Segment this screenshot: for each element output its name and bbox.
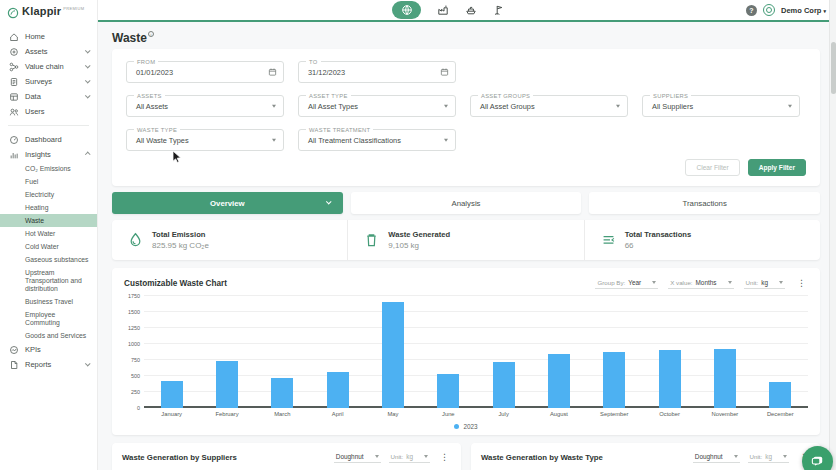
x-tick-label: January	[144, 411, 199, 417]
waste-type-select[interactable]: WASTE TYPE All Waste Types	[126, 129, 284, 151]
sidebar-item-label: Assets	[25, 47, 86, 56]
chart-type-select[interactable]: Doughnut	[334, 452, 381, 463]
scrollbar-thumb[interactable]	[831, 42, 836, 94]
x-tick-label: November	[697, 411, 752, 417]
bar-december[interactable]	[769, 382, 791, 408]
caret-down-icon	[788, 105, 792, 108]
flag-icon[interactable]	[492, 4, 505, 17]
account-menu[interactable]: Demo Corp ▾	[781, 6, 826, 15]
from-date-field[interactable]: FROM 01/01/2023	[126, 61, 284, 83]
sidebar-subitem-heating[interactable]: Heating	[0, 201, 97, 214]
sidebar-subitem-fuel[interactable]: Fuel	[0, 175, 97, 188]
caret-down-icon	[734, 455, 738, 458]
suppliers-select[interactable]: SUPPLIERS All Suppliers	[642, 95, 800, 117]
apply-filter-button[interactable]: Apply Filter	[748, 159, 806, 176]
bar-march[interactable]	[271, 378, 293, 408]
sidebar-subitem-goods-and-services[interactable]: Goods and Services	[0, 329, 97, 342]
caret-down-icon	[375, 455, 379, 458]
sidebar-item-reports[interactable]: Reports	[0, 357, 97, 372]
vertical-scrollbar[interactable]	[829, 0, 836, 470]
chat-widget-button[interactable]	[802, 446, 833, 470]
bar-slot	[199, 296, 254, 408]
klappir-logo-icon	[7, 5, 19, 23]
sidebar-item-data[interactable]: Data	[0, 89, 97, 104]
bar-june[interactable]	[437, 374, 459, 408]
account-avatar[interactable]	[763, 4, 775, 16]
ship-icon[interactable]	[464, 4, 477, 17]
surveys-icon	[9, 77, 20, 87]
calendar-icon[interactable]	[440, 68, 449, 77]
chevron-down-icon: ▾	[823, 8, 826, 14]
x-tick-label: December	[753, 411, 808, 417]
caret-down-icon	[444, 139, 448, 142]
dashboard-icon	[9, 135, 20, 145]
to-date-field[interactable]: TO 31/12/2023	[298, 61, 456, 83]
waste-treatment-value: All Treatment Classifications	[308, 136, 401, 145]
unit-select[interactable]: Unit: kg	[748, 452, 789, 463]
factory-icon[interactable]	[436, 4, 449, 17]
sidebar-item-surveys[interactable]: Surveys	[0, 74, 97, 89]
sidebar-item-label: Dashboard	[25, 135, 89, 144]
tab-transactions[interactable]: Transactions	[589, 192, 820, 214]
caret-down-icon	[424, 455, 428, 458]
sidebar-item-label: Reports	[25, 360, 86, 369]
bar-september[interactable]	[603, 352, 625, 408]
sidebar-item-label: Home	[25, 32, 89, 41]
unit-label: Unit:	[746, 279, 759, 286]
top-bar: ? Demo Corp ▾	[98, 0, 836, 22]
assets-select[interactable]: ASSETS All Assets	[126, 95, 284, 117]
bar-may[interactable]	[382, 302, 404, 408]
sidebar-item-users[interactable]: Users	[0, 104, 97, 119]
sidebar-subitem-business-travel[interactable]: Business Travel	[0, 295, 97, 308]
bar-november[interactable]	[714, 349, 736, 408]
caret-down-icon	[444, 105, 448, 108]
unit-select[interactable]: Unit: kg	[389, 452, 430, 463]
group-by-value: Year	[628, 279, 641, 286]
sidebar-subitem-employee-commuting[interactable]: Employee Commuting	[0, 308, 97, 329]
help-icon[interactable]: ?	[746, 5, 757, 16]
bar-october[interactable]	[659, 350, 681, 408]
asset-type-select[interactable]: ASSET TYPE All Asset Types	[298, 95, 456, 117]
to-date-value: 31/12/2023	[308, 68, 345, 77]
legend-dot	[454, 424, 459, 429]
x-value-value: Months	[696, 279, 717, 286]
sidebar-item-insights[interactable]: Insights	[0, 147, 97, 162]
sidebar-subitem-co-emissions[interactable]: CO₂ Emissions	[0, 162, 97, 175]
globe-icon[interactable]	[392, 1, 421, 19]
sidebar-subitem-gaseous-substances[interactable]: Gaseous substances	[0, 253, 97, 266]
sidebar-item-kpis[interactable]: KPIs	[0, 342, 97, 357]
sidebar-subitem-hot-water[interactable]: Hot Water	[0, 227, 97, 240]
bar-july[interactable]	[493, 362, 515, 408]
sidebar-item-assets[interactable]: Assets	[0, 44, 97, 59]
kebab-menu-icon[interactable]: ⋮	[438, 453, 451, 462]
info-icon[interactable]: i	[148, 31, 154, 37]
asset-groups-select[interactable]: ASSET GROUPS All Asset Groups	[470, 95, 628, 117]
clear-filter-button[interactable]: Clear Filter	[685, 159, 739, 176]
chevron-down-icon	[85, 78, 90, 83]
sidebar-subitem-upstream-transportation-and-distribution[interactable]: Upstream Transportation and distribution	[0, 266, 97, 295]
tab-overview[interactable]: Overview	[112, 192, 343, 214]
sidebar-item-home[interactable]: Home	[0, 29, 97, 44]
bar-february[interactable]	[216, 361, 238, 408]
chart-type-select[interactable]: Doughnut	[693, 452, 740, 463]
chevron-down-icon	[85, 63, 90, 68]
bar-april[interactable]	[327, 372, 349, 408]
brand-logo[interactable]: Klappir PREMIUM	[0, 3, 97, 29]
tab-analysis[interactable]: Analysis	[351, 192, 582, 214]
x-tick-label: June	[421, 411, 476, 417]
chart-legend[interactable]: 2023	[124, 421, 808, 431]
from-date-label: FROM	[134, 59, 158, 65]
unit-select[interactable]: Unit: kg	[744, 278, 785, 289]
bar-august[interactable]	[548, 354, 570, 408]
sidebar-subitem-waste[interactable]: Waste	[0, 214, 97, 227]
sidebar-subitem-electricity[interactable]: Electricity	[0, 188, 97, 201]
kebab-menu-icon[interactable]: ⋮	[795, 279, 808, 288]
waste-treatment-select[interactable]: WASTE TREATMENT All Treatment Classifica…	[298, 129, 456, 151]
sidebar-item-value-chain[interactable]: Value chain	[0, 59, 97, 74]
calendar-icon[interactable]	[268, 68, 277, 77]
x-value-select[interactable]: X value: Months	[668, 278, 733, 289]
sidebar-subitem-cold-water[interactable]: Cold Water	[0, 240, 97, 253]
bar-january[interactable]	[161, 381, 183, 408]
sidebar-item-dashboard[interactable]: Dashboard	[0, 132, 97, 147]
group-by-select[interactable]: Group By: Year	[595, 278, 658, 289]
